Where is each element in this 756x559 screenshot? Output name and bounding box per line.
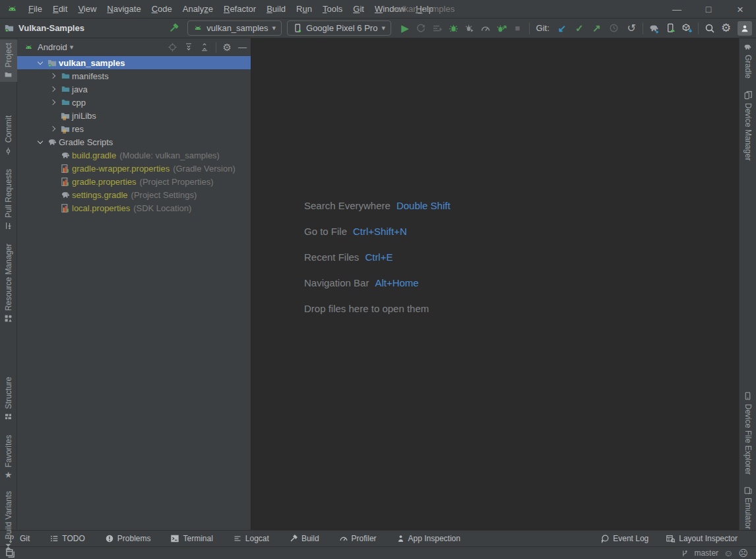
menu-build[interactable]: Build	[261, 3, 291, 15]
profile-app-button[interactable]	[495, 21, 507, 36]
source-folder-icon	[59, 84, 72, 94]
tool-tab-project[interactable]: Project	[0, 40, 17, 82]
chevron-right-icon[interactable]	[47, 74, 59, 78]
menu-code[interactable]: Code	[146, 3, 177, 15]
menu-view[interactable]: View	[73, 3, 102, 15]
git-push-button[interactable]: ↗	[590, 21, 602, 36]
sad-face-icon[interactable]: ☹	[738, 548, 748, 558]
project-view-selector[interactable]: Android	[38, 42, 67, 52]
tip-label: Recent Files	[304, 251, 359, 263]
sdk-manager-button[interactable]	[681, 21, 693, 36]
event-log-button[interactable]: Event Log	[600, 534, 648, 543]
hide-panel-icon[interactable]: —	[238, 43, 247, 51]
project-widget-button[interactable]: Vulkan-Samples	[4, 23, 84, 33]
right-tool-strip: Gradle Device Manager Device File Explor…	[739, 38, 756, 530]
chevron-right-icon[interactable]	[47, 100, 59, 104]
tool-tab-build[interactable]: Build	[289, 534, 319, 543]
git-update-button[interactable]: ↙	[556, 21, 568, 36]
tool-tab-commit[interactable]: Commit	[0, 112, 17, 158]
chevron-right-icon[interactable]	[47, 87, 59, 91]
expand-all-icon[interactable]	[184, 42, 193, 52]
hammer-icon	[289, 534, 298, 543]
collapse-all-icon[interactable]	[200, 42, 209, 52]
toggle-tool-windows-icon[interactable]	[5, 548, 15, 558]
menu-run[interactable]: Run	[291, 3, 317, 15]
tree-item-gradle-wrapper-properties[interactable]: gradle-wrapper.properties (Gradle Versio…	[17, 162, 251, 175]
layout-inspector-button[interactable]: Layout Inspector	[666, 534, 738, 543]
chevron-down-icon[interactable]: ▾	[70, 44, 74, 51]
tool-tab-resource-manager[interactable]: Resource Manager	[0, 240, 17, 326]
maximize-button[interactable]: □	[693, 0, 724, 18]
tool-tab-logcat[interactable]: Logcat	[233, 534, 269, 543]
menu-edit[interactable]: Edit	[47, 3, 73, 15]
device-select[interactable]: Google Pixel 6 Pro ▾	[287, 20, 391, 36]
tool-tab-problems[interactable]: Problems	[105, 534, 151, 543]
tool-window-bar: Git TODO Problems Terminal Logcat Build …	[0, 530, 756, 546]
tool-tab-profiler[interactable]: Profiler	[339, 534, 377, 543]
git-history-button[interactable]	[608, 21, 620, 36]
tree-item-res[interactable]: res	[17, 122, 251, 135]
tool-tab-pull-requests[interactable]: Pull Requests	[0, 166, 17, 234]
tool-tab-favorites[interactable]: Favorites ★	[0, 432, 17, 482]
label-part: dit	[59, 4, 68, 14]
run-button[interactable]: ▶	[399, 21, 411, 36]
stop-button[interactable]: ■	[511, 21, 523, 36]
search-everywhere-button[interactable]	[704, 21, 716, 36]
git-commit-button[interactable]: ✓	[573, 21, 585, 36]
tree-item-label: cpp	[72, 98, 86, 108]
locate-file-icon[interactable]	[168, 42, 177, 52]
debug-button[interactable]	[447, 21, 459, 36]
git-rollback-button[interactable]: ↺	[625, 21, 637, 36]
tree-item-gradle-scripts[interactable]: Gradle Scripts	[17, 135, 251, 148]
apply-code-changes-button[interactable]	[431, 21, 443, 36]
menu-analyze[interactable]: Analyze	[177, 3, 218, 15]
profiler-gauge-button[interactable]	[480, 21, 491, 36]
run-configuration-select[interactable]: vulkan_samples ▾	[187, 20, 282, 36]
chevron-right-icon[interactable]	[47, 127, 59, 131]
apply-changes-button[interactable]	[415, 21, 427, 36]
minimize-button[interactable]: —	[661, 0, 693, 18]
tool-tab-todo[interactable]: TODO	[49, 534, 84, 543]
device-manager-button[interactable]	[665, 21, 677, 36]
editor-area[interactable]: Search EverywhereDouble Shift Go to File…	[251, 38, 739, 530]
tool-tab-terminal[interactable]: Terminal	[170, 534, 212, 543]
tool-tab-build-variants[interactable]: Build Variants	[0, 488, 17, 554]
close-button[interactable]: ×	[724, 0, 756, 18]
chevron-down-icon: ▾	[272, 24, 276, 32]
layout-inspector-icon	[666, 534, 676, 543]
menu-git[interactable]: Git	[348, 3, 369, 15]
chevron-down-icon[interactable]	[34, 62, 46, 64]
tool-tab-app-inspection[interactable]: App Inspection	[396, 534, 460, 543]
tree-item-build-gradle[interactable]: build.gradle (Module: vulkan_samples)	[17, 148, 251, 162]
tool-tab-gradle[interactable]: Gradle	[740, 40, 756, 82]
tree-item-java[interactable]: java	[17, 82, 251, 96]
tool-tab-emulator[interactable]: Emulator	[740, 482, 756, 533]
gradle-sync-button[interactable]	[648, 21, 660, 36]
tree-item-settings-gradle[interactable]: settings.gradle (Project Settings)	[17, 188, 251, 201]
menu-file[interactable]: File	[23, 3, 47, 15]
profile-button[interactable]	[738, 21, 752, 36]
settings-button[interactable]: ⚙	[720, 21, 732, 36]
tree-item-gradle-properties[interactable]: gradle.properties (Project Properties)	[17, 175, 251, 188]
tree-item-local-properties[interactable]: local.properties (SDK Location)	[17, 201, 251, 214]
tool-tab-structure[interactable]: Structure	[0, 374, 17, 424]
tree-item-vulkan-samples[interactable]: vulkan_samples	[17, 56, 251, 69]
git-branch-name[interactable]: master	[694, 548, 718, 558]
tool-tab-device-manager[interactable]: Device Manager	[740, 87, 756, 164]
chevron-down-icon[interactable]	[34, 141, 46, 143]
gear-icon[interactable]: ⚙	[223, 42, 232, 52]
tip-shortcut: Alt+Home	[375, 277, 418, 288]
tree-item-manifests[interactable]: manifests	[17, 69, 251, 82]
tree-item-cpp[interactable]: cpp	[17, 96, 251, 109]
attach-debugger-button[interactable]	[463, 21, 475, 36]
menu-tools[interactable]: Tools	[317, 3, 348, 15]
tip-label: Go to File	[304, 226, 347, 237]
tool-tab-device-file-explorer[interactable]: Device File Explorer	[740, 388, 756, 478]
gauge-icon	[480, 23, 491, 34]
menu-navigate[interactable]: Navigate	[102, 3, 146, 15]
build-project-button[interactable]	[168, 21, 179, 36]
tree-item-jnilibs[interactable]: jniLibs	[17, 109, 251, 122]
menu-refactor[interactable]: Refactor	[218, 3, 261, 15]
project-folder-icon	[46, 58, 59, 68]
happy-face-icon[interactable]: ☺	[724, 548, 733, 558]
